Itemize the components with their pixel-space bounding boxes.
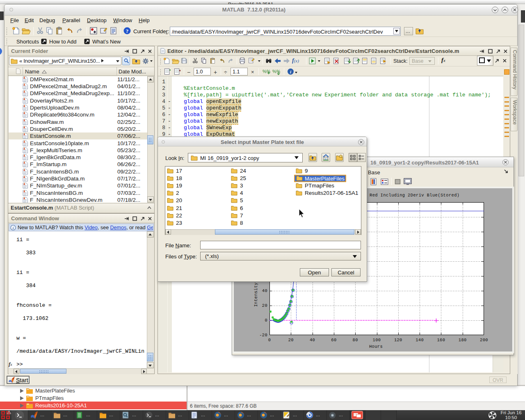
svg-text:%%: %% [272, 69, 280, 74]
svg-text:?: ? [126, 28, 129, 34]
